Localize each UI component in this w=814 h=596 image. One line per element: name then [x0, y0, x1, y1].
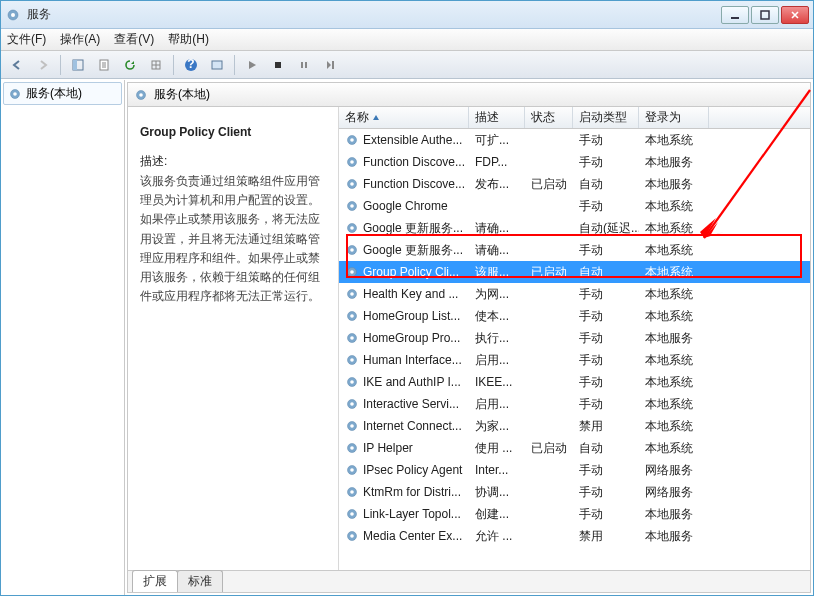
table-row[interactable]: Extensible Authe...可扩...手动本地系统 [339, 129, 810, 151]
svg-point-24 [350, 182, 354, 186]
col-status[interactable]: 状态 [525, 107, 573, 128]
cell-start: 手动 [573, 330, 639, 347]
gear-icon [345, 463, 359, 477]
pause-service-button[interactable] [292, 54, 316, 76]
svg-point-32 [350, 270, 354, 274]
tree-root-item[interactable]: 服务(本地) [3, 82, 122, 105]
services-window: 服务 文件(F) 操作(A) 查看(V) 帮助(H) ? [0, 0, 814, 596]
svg-point-30 [350, 248, 354, 252]
maximize-button[interactable] [751, 6, 779, 24]
table-row[interactable]: Interactive Servi...启用...手动本地系统 [339, 393, 810, 415]
back-button[interactable] [5, 54, 29, 76]
tree-pane[interactable]: 服务(本地) [1, 80, 125, 595]
forward-button[interactable] [31, 54, 55, 76]
cell-logon: 本地系统 [639, 242, 709, 259]
services-app-icon [5, 7, 21, 23]
svg-point-54 [350, 512, 354, 516]
table-row[interactable]: HomeGroup List...使本...手动本地系统 [339, 305, 810, 327]
tab-extended[interactable]: 扩展 [132, 570, 178, 592]
help-button[interactable]: ? [179, 54, 203, 76]
menu-help[interactable]: 帮助(H) [168, 31, 209, 48]
cell-logon: 本地服务 [639, 176, 709, 193]
window-title: 服务 [27, 6, 721, 23]
toolbar-separator [173, 55, 174, 75]
cell-name: HomeGroup Pro... [339, 331, 469, 345]
svg-point-1 [11, 13, 15, 17]
export-button[interactable] [144, 54, 168, 76]
menubar: 文件(F) 操作(A) 查看(V) 帮助(H) [1, 29, 813, 51]
table-row[interactable]: KtmRm for Distri...协调...手动网络服务 [339, 481, 810, 503]
cell-logon: 本地服务 [639, 154, 709, 171]
properties-button[interactable] [92, 54, 116, 76]
minimize-button[interactable] [721, 6, 749, 24]
cell-start: 手动 [573, 374, 639, 391]
svg-point-22 [350, 160, 354, 164]
table-row[interactable]: Media Center Ex...允许 ...禁用本地服务 [339, 525, 810, 547]
gear-icon [345, 419, 359, 433]
stop-service-button[interactable] [266, 54, 290, 76]
table-row[interactable]: Google 更新服务...请确...自动(延迟...本地系统 [339, 217, 810, 239]
svg-point-38 [350, 336, 354, 340]
cell-logon: 本地系统 [639, 418, 709, 435]
table-row[interactable]: IP Helper使用 ...已启动自动本地系统 [339, 437, 810, 459]
table-row[interactable]: Link-Layer Topol...创建...手动本地服务 [339, 503, 810, 525]
table-row[interactable]: Health Key and ...为网...手动本地系统 [339, 283, 810, 305]
start-service-button[interactable] [240, 54, 264, 76]
cell-logon: 本地服务 [639, 506, 709, 523]
gear-icon [345, 155, 359, 169]
table-row[interactable]: Google Chrome手动本地系统 [339, 195, 810, 217]
gear-icon [345, 375, 359, 389]
show-hide-tree-button[interactable] [66, 54, 90, 76]
cell-start: 手动 [573, 154, 639, 171]
table-row[interactable]: Function Discove...FDP...手动本地服务 [339, 151, 810, 173]
gear-icon [345, 177, 359, 191]
menu-view[interactable]: 查看(V) [114, 31, 154, 48]
table-row[interactable]: IKE and AuthIP I...IKEE...手动本地系统 [339, 371, 810, 393]
description-label: 描述: [140, 153, 326, 170]
svg-text:?: ? [187, 58, 194, 71]
col-logon[interactable]: 登录为 [639, 107, 709, 128]
cell-logon: 本地系统 [639, 440, 709, 457]
description-text: 该服务负责通过组策略组件应用管理员为计算机和用户配置的设置。如果停止或禁用该服务… [140, 172, 326, 306]
cell-start: 手动 [573, 506, 639, 523]
cell-name: IPsec Policy Agent [339, 463, 469, 477]
cell-start: 自动 [573, 440, 639, 457]
col-start[interactable]: 启动类型 [573, 107, 639, 128]
col-name[interactable]: 名称 [339, 107, 469, 128]
table-row[interactable]: Group Policy Cli...该服...已启动自动本地系统 [339, 261, 810, 283]
gear-icon [345, 507, 359, 521]
tab-standard[interactable]: 标准 [177, 570, 223, 592]
gear-icon [345, 485, 359, 499]
service-list: 名称 描述 状态 启动类型 登录为 Extensible Authe...可扩.… [338, 107, 810, 570]
detail-body: Group Policy Client 描述: 该服务负责通过组策略组件应用管理… [128, 107, 810, 570]
menu-file[interactable]: 文件(F) [7, 31, 46, 48]
list-header: 名称 描述 状态 启动类型 登录为 [339, 107, 810, 129]
table-row[interactable]: Internet Connect...为家...禁用本地系统 [339, 415, 810, 437]
svg-point-42 [350, 380, 354, 384]
cell-logon: 本地系统 [639, 220, 709, 237]
cell-desc: FDP... [469, 155, 525, 169]
col-desc[interactable]: 描述 [469, 107, 525, 128]
titlebar[interactable]: 服务 [1, 1, 813, 29]
cell-desc: 协调... [469, 484, 525, 501]
table-row[interactable]: HomeGroup Pro...执行...手动本地服务 [339, 327, 810, 349]
svg-point-40 [350, 358, 354, 362]
table-row[interactable]: Google 更新服务...请确...手动本地系统 [339, 239, 810, 261]
cell-logon: 本地系统 [639, 396, 709, 413]
table-row[interactable]: IPsec Policy AgentInter...手动网络服务 [339, 459, 810, 481]
list-body[interactable]: Extensible Authe...可扩...手动本地系统Function D… [339, 129, 810, 570]
svg-rect-12 [301, 62, 303, 68]
table-row[interactable]: Function Discove...发布...已启动自动本地服务 [339, 173, 810, 195]
table-row[interactable]: Human Interface...启用...手动本地系统 [339, 349, 810, 371]
restart-service-button[interactable] [318, 54, 342, 76]
cell-desc: 允许 ... [469, 528, 525, 545]
cell-logon: 本地服务 [639, 528, 709, 545]
cell-name: Group Policy Cli... [339, 265, 469, 279]
close-button[interactable] [781, 6, 809, 24]
refresh-button[interactable] [118, 54, 142, 76]
detail-header: 服务(本地) [128, 83, 810, 107]
menu-action[interactable]: 操作(A) [60, 31, 100, 48]
action-button[interactable] [205, 54, 229, 76]
cell-start: 手动 [573, 198, 639, 215]
cell-name: Media Center Ex... [339, 529, 469, 543]
